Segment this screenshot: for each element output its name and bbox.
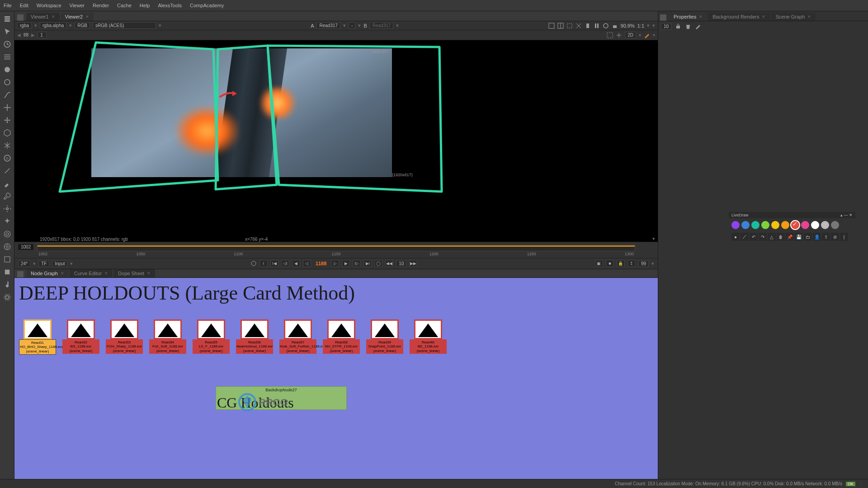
first-frame-button[interactable]: I◀ (270, 260, 278, 267)
dot-tool[interactable]: ● (731, 233, 740, 241)
proxy-icon[interactable] (576, 23, 582, 29)
close-icon[interactable]: ✕ (85, 14, 89, 19)
start-frame[interactable]: 1002 (18, 244, 33, 250)
step-back-button[interactable]: ◁ (303, 260, 311, 267)
pause-icon[interactable] (594, 23, 600, 29)
read-node[interactable]: Read34Foh_Soft_1188.exr(scene_linear) (149, 319, 186, 355)
lock-icon[interactable] (675, 23, 681, 29)
zoom-label[interactable]: 90.9% (621, 23, 635, 28)
box-icon[interactable] (3, 268, 11, 276)
color-swatch[interactable] (831, 221, 839, 229)
tab-bg-renders[interactable]: Background Renders✕ (708, 13, 770, 21)
input-b-select[interactable]: Read317 (370, 22, 394, 29)
close-icon[interactable]: ✕ (61, 271, 64, 276)
tab-curve-editor[interactable]: Curve Editor✕ (70, 269, 113, 277)
color-swatch[interactable] (781, 221, 789, 229)
translate-icon[interactable] (3, 116, 11, 124)
gear-icon[interactable] (3, 205, 11, 213)
stop-button[interactable]: ■ (606, 260, 614, 267)
menu-help[interactable]: Help (140, 3, 150, 8)
menu-render[interactable]: Render (93, 3, 109, 8)
redo-tool[interactable]: ↷ (759, 233, 767, 241)
snap-icon[interactable] (616, 32, 622, 38)
share-tool[interactable]: ⇪ (822, 233, 830, 241)
sparkle-icon[interactable] (3, 217, 11, 225)
rows-icon[interactable] (3, 53, 11, 61)
timeline[interactable]: 1002 1002 1050 1100 1150 1200 1250 1300 (14, 242, 658, 258)
tab-properties[interactable]: Properties✕ (669, 13, 707, 21)
current-frame[interactable]: 1188 (314, 261, 328, 266)
edit-icon[interactable] (695, 23, 701, 29)
inc-back-button[interactable]: ◀◀ (385, 260, 393, 267)
close-icon[interactable]: ✕ (104, 271, 108, 276)
pin-tool[interactable]: 📌 (786, 233, 794, 241)
trash-icon[interactable] (685, 23, 691, 29)
pin-icon[interactable]: ▴ (840, 213, 843, 217)
close-icon[interactable]: ✕ (52, 14, 55, 19)
step-fwd-button[interactable]: ▷ (331, 260, 339, 267)
lock-icon[interactable] (612, 23, 618, 29)
tab-scene-graph[interactable]: Scene Graph✕ (771, 13, 816, 21)
freeze-icon[interactable] (585, 23, 591, 29)
folder-tool[interactable]: 🗀 (804, 233, 812, 241)
clear-tool[interactable]: 🗑 (777, 233, 785, 241)
refresh-icon[interactable] (603, 23, 609, 29)
next-key-button[interactable]: I▷ (353, 260, 361, 267)
select-icon[interactable] (3, 15, 11, 23)
ratio-label[interactable]: 1:1 (637, 23, 644, 28)
read-node[interactable]: Read38NH_STFR_1100.exr(scene_linear) (323, 319, 360, 355)
grid-icon[interactable] (607, 32, 613, 38)
circle-icon[interactable] (3, 78, 11, 86)
fps-select[interactable]: 24* (18, 260, 30, 267)
pointer-icon[interactable] (3, 28, 11, 36)
increment-value[interactable]: 10 (396, 260, 406, 267)
color-swatch[interactable] (811, 221, 819, 229)
wrench-icon[interactable] (3, 192, 11, 200)
split-icon[interactable] (17, 14, 24, 21)
go-start-button[interactable]: I (259, 260, 268, 267)
tab-node-graph[interactable]: Node Graph✕ (26, 269, 69, 277)
puzzle-icon[interactable] (3, 255, 11, 263)
roi-icon[interactable] (566, 23, 573, 29)
atom-icon[interactable] (3, 293, 11, 301)
flame-icon[interactable] (3, 281, 11, 289)
inc-fwd-button[interactable]: ▶▶ (409, 260, 417, 267)
prev-key-button[interactable]: ◁I (281, 260, 289, 267)
pen-icon[interactable] (644, 32, 650, 38)
monitor-button[interactable]: ▣ (595, 260, 603, 267)
input-a-dash[interactable]: - (349, 22, 355, 29)
chevron-down-icon[interactable]: ▾ (652, 23, 655, 28)
color-swatch[interactable] (821, 221, 829, 229)
sync-icon[interactable] (250, 260, 257, 267)
tab-dope-sheet[interactable]: Dope Sheet✕ (113, 269, 155, 277)
menu-file[interactable]: File (4, 3, 12, 8)
close-icon[interactable]: ✕ (807, 14, 811, 19)
prev-icon[interactable]: ◀ (17, 33, 21, 38)
read-node[interactable]: Read32BS_1188.exr(scene_linear) (62, 319, 99, 355)
display-select[interactable]: RGB (75, 22, 90, 29)
line-tool[interactable]: ／ (741, 233, 749, 241)
menu-edit[interactable]: Edit (20, 3, 28, 8)
chevron-down-icon[interactable]: ▾ (653, 33, 655, 38)
tab-viewer1[interactable]: Viewer1✕ (26, 13, 60, 21)
read-node[interactable]: Read40BE_1188.exr(scene_linear) (410, 319, 447, 355)
snowflake-icon[interactable] (3, 141, 11, 150)
end-frame[interactable]: 99 (638, 260, 649, 267)
d-icon[interactable]: D (3, 154, 11, 162)
wand-icon[interactable] (3, 167, 11, 175)
chevron-down-icon[interactable]: ▾ (652, 236, 655, 242)
menu-cache[interactable]: Cache (117, 3, 132, 8)
input-select[interactable]: Input (52, 260, 67, 267)
color-swatch[interactable] (761, 221, 769, 229)
last-frame-button[interactable]: ▶I (363, 260, 372, 267)
fstop-value[interactable]: 1 (38, 32, 47, 38)
tf-select[interactable]: TF (38, 260, 49, 267)
split-icon[interactable] (660, 14, 666, 21)
next-icon[interactable]: ▶ (31, 33, 35, 38)
erase-tool[interactable]: △ (768, 233, 776, 241)
clock-icon[interactable] (3, 40, 11, 48)
deny-tool[interactable]: ⊘ (831, 233, 839, 241)
target-icon[interactable] (3, 230, 11, 238)
sphere-icon[interactable] (3, 66, 11, 74)
read-node[interactable]: Read33FOH_Sharp_1188.exr(scene_linear) (106, 319, 143, 355)
